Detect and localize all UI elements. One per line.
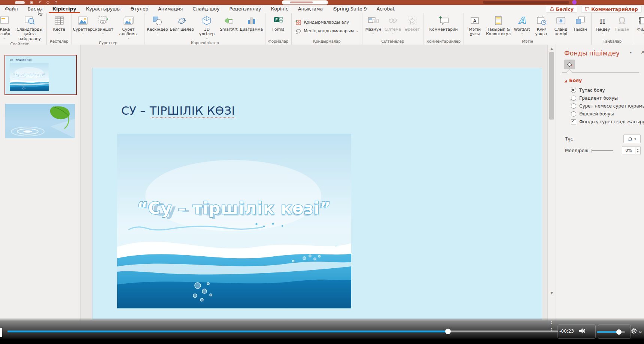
date-time-button[interactable]: Күн/ уақыт	[532, 14, 551, 37]
volume-slider[interactable]	[597, 331, 625, 333]
thumbnail-water-image	[10, 63, 49, 91]
spinner-arrows[interactable]: ▲▼	[635, 147, 640, 154]
color-row: Түс ▾	[565, 135, 641, 143]
video-progress-bar[interactable]	[7, 331, 558, 332]
previous-slide-button[interactable]: ▲▲	[548, 320, 555, 324]
scrollbar-thumb[interactable]	[549, 52, 554, 120]
transparency-slider[interactable]	[592, 150, 613, 151]
autosave-toggle[interactable]	[15, 1, 25, 4]
share-icon	[550, 7, 554, 11]
svg-text:A: A	[473, 18, 477, 24]
radio-pattern-fill[interactable]: Әшекей бояуы	[571, 111, 644, 117]
mute-button[interactable]	[578, 328, 585, 334]
search-text-blur	[290, 1, 313, 3]
panel-close-icon[interactable]: ×	[641, 49, 644, 55]
equation-icon: π	[599, 15, 605, 26]
get-add-ins-button[interactable]: Қондырмаларды алу	[295, 19, 358, 25]
tab-view[interactable]: Көрініс	[266, 5, 293, 13]
ribbon-group-forms: F Forms Формалар	[265, 13, 292, 45]
search-box[interactable]	[282, 0, 328, 4]
symbol-button: Ω Нышан	[613, 14, 631, 32]
powerpoint-window: “Су – тіршілік көзі” “Су – тіршілік көзі…	[0, 0, 644, 344]
slide-editing-canvas[interactable]: СУ – ТІРШІЛІК КӨЗІ	[80, 45, 547, 344]
new-comment-button[interactable]: Комментарий	[428, 14, 459, 32]
slide-thumbnail-2[interactable]	[5, 104, 75, 138]
tab-developer[interactable]: Құрастырушы	[81, 5, 126, 13]
wordart-button[interactable]: A WordArt⌄	[513, 14, 531, 36]
tab-help[interactable]: Анықтама	[293, 5, 328, 13]
photo-album-button[interactable]: Сурет альбомы⌄	[114, 14, 143, 40]
tab-file[interactable]: Файл	[0, 5, 23, 13]
new-slide-button[interactable]: Жаңа слайд⌄	[0, 14, 13, 40]
tab-animations[interactable]: Анимация	[153, 5, 188, 13]
radio-gradient-fill[interactable]: Градиент бояуы	[571, 96, 644, 101]
ribbon-group-symbols: π Теңдеу⌄ Ω Нышан Таңбалар	[592, 13, 633, 45]
ribbon-group-text: A Мәтін ұясы Тақырып & Колонтитул A Word…	[464, 13, 592, 45]
icons-button[interactable]: Белгішелер	[169, 14, 194, 32]
slide-water-image[interactable]	[117, 134, 351, 308]
undo-icon[interactable]: ↶	[39, 0, 42, 4]
fill-section-header[interactable]: ◢Бояу	[564, 78, 582, 83]
screenshot-button[interactable]: Скриншот⌄	[93, 14, 113, 36]
tab-insert[interactable]: Кірістіру	[48, 5, 81, 13]
group-label-symbols: Таңбалар	[593, 39, 631, 45]
scroll-up-arrow[interactable]: ▲	[548, 45, 556, 52]
color-label: Түс	[565, 136, 573, 142]
reuse-slides-button[interactable]: Слайдтарды қайта пайдалану	[14, 14, 45, 42]
slide-number-icon: #	[556, 15, 566, 26]
redo-icon[interactable]: ○	[46, 0, 49, 4]
quick-access-icon[interactable]: ↥	[55, 0, 58, 4]
tab-slideshow[interactable]: Слайд-шоу	[188, 5, 224, 13]
slide-thumbnail-1[interactable]: СУ – ТІРШІЛІК КӨЗІ	[4, 55, 77, 95]
zoom-button[interactable]: Мазмұн⌄	[364, 14, 383, 36]
3d-models-button[interactable]: 3D үлгілер⌄	[195, 14, 218, 40]
object-button[interactable]: Нысан	[571, 14, 590, 32]
slide-number-button[interactable]: # Слайд нөмірі	[552, 14, 570, 37]
text-box-button[interactable]: A Мәтін ұясы	[465, 14, 484, 37]
comments-button[interactable]: Комментарийлер	[581, 6, 642, 13]
shapes-icon	[152, 15, 162, 26]
thumbnail-slide-title: СУ – ТІРШІЛІК КӨЗІ	[10, 59, 32, 61]
ribbon-tab-bar: Файл Басты Кірістіру Құрастырушы Өтулер …	[0, 5, 644, 13]
svg-text:A: A	[519, 16, 526, 25]
radio-picture-fill[interactable]: Сурет немесе сурет құрамы	[571, 103, 644, 109]
tab-transitions[interactable]: Өтулер	[125, 5, 153, 13]
header-footer-button[interactable]: Тақырып & Колонтитул	[485, 14, 512, 37]
fill-tab-button[interactable]	[564, 60, 575, 69]
ribbon: Жаңа слайд⌄ Слайдтарды қайта пайдалану С…	[0, 13, 644, 45]
ribbon-group-media: Фильм⌄ Дыбыс⌄ Экранды жазу Мультимедиа	[633, 13, 644, 45]
slide-1[interactable]: СУ – ТІРШІЛІК КӨЗІ	[92, 68, 542, 319]
chart-button[interactable]: Диаграмма	[239, 14, 263, 32]
radio-dot	[571, 111, 576, 117]
radio-solid-fill[interactable]: Тұтас бояу	[571, 88, 644, 93]
video-button[interactable]: Фильм⌄	[635, 14, 644, 36]
transparency-spinbox[interactable]: 0% ▲▼	[622, 147, 641, 154]
tab-ispring[interactable]: iSpring Suite 9	[328, 5, 372, 13]
ribbon-group-images: Суреттер⌄ Скриншот⌄ Сурет альбомы⌄ Сурет…	[72, 13, 145, 45]
link-button: Сілтеме⌄	[383, 14, 402, 36]
share-button[interactable]: Бөлісу	[546, 6, 577, 13]
scroll-down-arrow[interactable]: ▼	[548, 290, 556, 296]
smartart-button[interactable]: SmartArt	[219, 14, 239, 32]
pictures-button[interactable]: Суреттер⌄	[73, 14, 92, 36]
equation-button[interactable]: π Теңдеу⌄	[593, 14, 612, 36]
slide-title-text[interactable]: СУ – ТІРШІЛІК КӨЗІ	[121, 104, 235, 117]
my-add-ins-button[interactable]: Менің қондырмаларым ⌄	[295, 28, 358, 34]
table-button[interactable]: Кесте⌄	[50, 14, 69, 36]
format-background-panel: Фонды пішімдеу ▾ × ◢Бояу Тұтас бояу Град…	[556, 45, 644, 344]
vertical-scrollbar[interactable]: ▲ ▼	[547, 45, 556, 344]
document-title-blur	[483, 1, 569, 4]
settings-button[interactable]	[631, 328, 637, 334]
shapes-button[interactable]: Кескіндер⌄	[146, 14, 168, 36]
color-picker-button[interactable]: ▾	[623, 135, 641, 143]
gear-icon	[631, 328, 637, 334]
tab-review[interactable]: Рецензиялау	[225, 5, 266, 13]
panel-dropdown-icon[interactable]: ▾	[630, 51, 632, 54]
save-icon[interactable]: ▣	[30, 0, 33, 4]
checkbox-hide-background[interactable]: Фондық суреттерді жасыру	[571, 119, 644, 124]
svg-text:#: #	[559, 18, 563, 24]
tab-acrobat[interactable]: Acrobat	[372, 5, 400, 13]
account-avatar[interactable]	[572, 0, 577, 4]
pause-icon-fragment[interactable]	[0, 328, 2, 337]
forms-button[interactable]: F Forms	[269, 14, 288, 32]
